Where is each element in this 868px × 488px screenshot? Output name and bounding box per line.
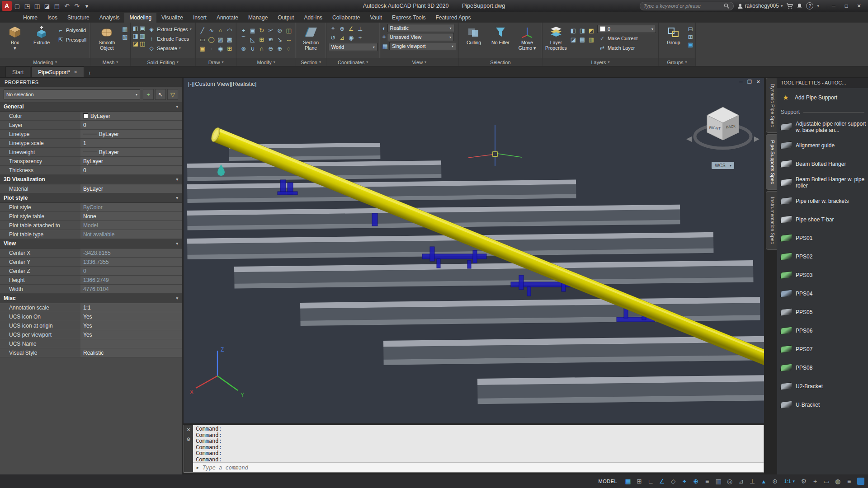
palette-tool-pps03[interactable]: PPS03	[777, 266, 868, 284]
palette-tool-pps05[interactable]: PPS05	[777, 303, 868, 321]
property-value[interactable]: 0	[80, 166, 182, 174]
ribbon-tab-annotate[interactable]: Annotate	[212, 13, 243, 23]
join-icon[interactable]: ⊕	[275, 44, 284, 53]
search-icon[interactable]	[724, 3, 730, 9]
section-header-plot-style[interactable]: Plot style▾	[0, 193, 182, 203]
selection-type-combo[interactable]: No selection▾	[4, 89, 140, 99]
close-command-icon[interactable]: ✕	[186, 427, 190, 433]
clean-screen-button[interactable]	[857, 478, 864, 485]
ellipse-icon[interactable]: ◯	[207, 35, 216, 44]
culling-button[interactable]: Culling	[461, 24, 486, 58]
annotation-visibility-icon[interactable]: ⊛	[770, 476, 780, 486]
ribbon-tab-structure[interactable]: Structure	[62, 13, 94, 23]
property-value[interactable]: 1:1	[80, 303, 182, 312]
lineweight-icon[interactable]: ≡	[702, 476, 712, 486]
ribbon-tab-modeling[interactable]: Modeling	[124, 13, 156, 23]
arc-icon[interactable]: ◠	[225, 26, 234, 35]
slice-icon[interactable]: ▣	[140, 25, 145, 32]
palette-tool-pps07[interactable]: PPS07	[777, 340, 868, 358]
panel-label-groups[interactable]: Groups▾	[659, 58, 695, 66]
ribbon-tab-analysis[interactable]: Analysis	[94, 13, 125, 23]
command-history[interactable]: Command:Command:Command:Command:Command:…	[193, 425, 764, 462]
help-icon[interactable]: ?	[806, 2, 813, 9]
layer-unisolate-icon[interactable]: ◨	[578, 26, 587, 35]
intersect-icon[interactable]: ◪	[133, 40, 138, 47]
viewport-controls-label[interactable]: [-][Custom View][Realistic]	[188, 80, 256, 87]
app-menu-icon[interactable]: A	[2, 1, 12, 11]
section-header-view[interactable]: View▾	[0, 239, 182, 249]
circle-icon[interactable]: ○	[216, 26, 225, 35]
copy-icon[interactable]: ▣	[248, 26, 257, 35]
tool-palettes-title[interactable]: TOOL PALETTES - AUTOC...	[777, 78, 868, 88]
property-value[interactable]: Yes	[80, 321, 182, 330]
polysolid-button[interactable]: ⌐ Polysolid	[56, 26, 88, 34]
no-filter-button[interactable]: No Filter	[488, 24, 513, 58]
palette-tool-beam-bolted-hanger[interactable]: Beam Bolted Hanger	[777, 155, 868, 173]
section-header-general[interactable]: General▾	[0, 102, 182, 112]
restore-drawing-button[interactable]: ❐	[747, 79, 752, 85]
smooth-object-button[interactable]: Smooth Object	[93, 24, 121, 58]
match-layer-button[interactable]: ⇄ Match Layer	[597, 43, 656, 52]
ortho-mode-icon[interactable]: ∟	[646, 476, 656, 486]
property-value[interactable]: Yes	[80, 330, 182, 339]
panel-label-modeling[interactable]: Modeling▾	[0, 58, 90, 66]
annotation-monitor-icon[interactable]: +	[810, 476, 820, 486]
group-selection-icon[interactable]: ▣	[688, 41, 693, 48]
select-objects-icon[interactable]: ↖	[155, 89, 166, 100]
minimize-button[interactable]: ─	[827, 1, 840, 11]
panel-label-mesh[interactable]: Mesh▾	[90, 58, 130, 66]
panel-label-coordinates[interactable]: Coordinates▾	[326, 58, 380, 66]
help-caret-icon[interactable]: ▾	[817, 4, 819, 8]
layer-unlock-icon[interactable]: ▥	[587, 35, 596, 44]
close-tab-icon[interactable]: ✕	[74, 70, 77, 75]
palette-tool-alignment-guide[interactable]: Alignment guide	[777, 136, 868, 155]
panel-label-layers[interactable]: Layers▾	[542, 58, 658, 66]
rotate-icon[interactable]: ↻	[257, 26, 266, 35]
layer-off-icon[interactable]: ◪	[569, 35, 578, 44]
property-value[interactable]: Model	[80, 221, 182, 230]
point-icon[interactable]: ∙	[207, 44, 216, 53]
signin-menu[interactable]: rakoshegy005 ▾	[737, 3, 783, 9]
ucs-combo[interactable]: World▾	[329, 43, 377, 51]
ribbon-tab-collaborate[interactable]: Collaborate	[327, 13, 365, 23]
quick-select-icon[interactable]: ▽	[167, 89, 178, 100]
property-value[interactable]: 1366.2749	[80, 276, 182, 284]
ribbon-tab-vault[interactable]: Vault	[365, 13, 387, 23]
palette-tool-pipe-shoe-t-bar[interactable]: Pipe shoe T-bar	[777, 210, 868, 229]
section-header-3d-visualization[interactable]: 3D Visualization▾	[0, 175, 182, 184]
box-button[interactable]: Box▾	[2, 24, 28, 58]
move-gizmo-button[interactable]: Move Gizmo ▾	[514, 24, 540, 58]
palette-tool-adjustable-pipe-roller-support[interactable]: Adjustable pipe roller support w. base p…	[777, 117, 868, 136]
section-plane-button[interactable]: Section Plane	[298, 24, 324, 58]
ribbon-tab-express-tools[interactable]: Express Tools	[387, 13, 430, 23]
mirror-icon[interactable]: ◫	[284, 26, 293, 35]
layer-freeze-icon[interactable]: ◩	[587, 26, 596, 35]
palette-tool-u-bracket[interactable]: U-Bracket	[777, 395, 868, 414]
ribbon-tab-manage[interactable]: Manage	[243, 13, 273, 23]
close-drawing-button[interactable]: ✕	[756, 79, 760, 85]
layer-lock-icon[interactable]: ▤	[578, 35, 587, 44]
panel-label-view[interactable]: View▾	[380, 58, 458, 66]
ribbon-tab-output[interactable]: Output	[273, 13, 299, 23]
isolate-objects-icon[interactable]: ◍	[833, 476, 843, 486]
layer-isolate-icon[interactable]: ◧	[569, 26, 578, 35]
property-value[interactable]: -3428.8165	[80, 249, 182, 257]
qat-dropdown-icon[interactable]: ▾	[82, 1, 91, 10]
stretch-icon[interactable]: ↔	[284, 35, 293, 44]
ribbon-tab-add-ins[interactable]: Add-ins	[299, 13, 327, 23]
ungroup-icon[interactable]: ⊟	[688, 26, 693, 33]
viewport-config-combo[interactable]: Single viewport▾	[389, 42, 456, 50]
move-icon[interactable]: +	[239, 26, 248, 35]
trim-icon[interactable]: ✂	[266, 26, 275, 35]
save-as-icon[interactable]: ◪	[42, 1, 52, 10]
chamfer-icon[interactable]: ◺	[248, 35, 257, 44]
palette-tool-u2-bracket[interactable]: U2-Bracket	[777, 377, 868, 395]
property-value[interactable]: 4776.0104	[80, 285, 182, 293]
collapse-icon[interactable]: ▾	[176, 104, 178, 109]
property-value[interactable]: ByLayer	[80, 112, 182, 120]
object-snap-tracking-icon[interactable]: ⌖	[679, 476, 689, 486]
3d-object-snap-icon[interactable]: ⊿	[736, 476, 746, 486]
panel-label-modify[interactable]: Modify▾	[237, 58, 296, 66]
subtract-icon[interactable]: ◨	[133, 33, 138, 39]
ribbon-tab-featured-apps[interactable]: Featured Apps	[430, 13, 476, 23]
